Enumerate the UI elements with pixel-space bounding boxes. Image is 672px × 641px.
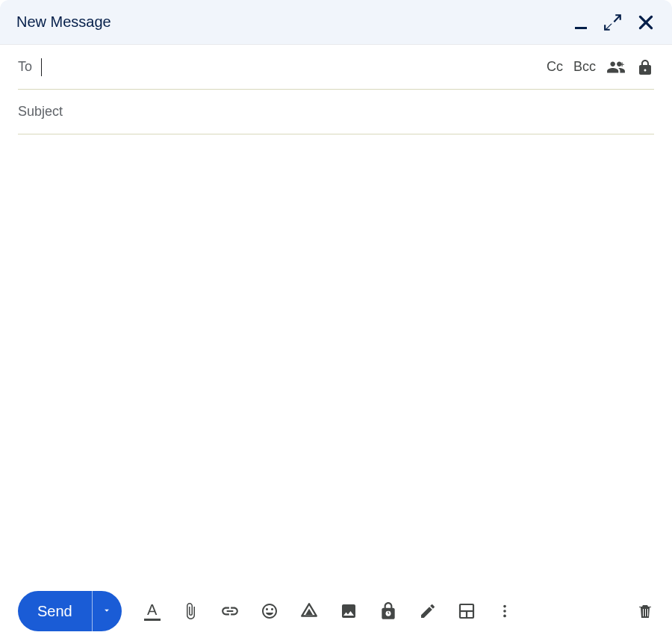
insert-link-icon[interactable] [220, 601, 240, 621]
svg-rect-0 [575, 27, 587, 29]
send-group: Send [18, 591, 122, 631]
window-title: New Message [16, 13, 572, 31]
insert-drive-icon[interactable] [299, 601, 319, 621]
more-options-icon[interactable] [497, 603, 513, 619]
cursor-indicator [41, 58, 42, 76]
text-format-icon[interactable]: A [144, 602, 161, 621]
message-body[interactable] [18, 134, 654, 581]
attach-file-icon[interactable] [181, 602, 199, 620]
dropdown-icon [102, 605, 112, 618]
cc-link[interactable]: Cc [547, 59, 563, 75]
insert-emoji-icon[interactable] [261, 602, 279, 620]
header-actions [572, 13, 656, 32]
svg-point-9 [503, 615, 506, 618]
to-right-controls: Cc Bcc [547, 58, 654, 77]
svg-point-7 [503, 605, 506, 608]
fullscreen-icon[interactable] [603, 13, 623, 32]
close-icon[interactable] [636, 13, 656, 32]
subject-input[interactable] [18, 104, 654, 120]
bcc-link[interactable]: Bcc [573, 59, 596, 75]
person-add-icon[interactable] [606, 58, 626, 77]
delete-icon[interactable] [636, 602, 654, 620]
confidential-mode-icon[interactable] [379, 601, 398, 621]
send-more-button[interactable] [92, 591, 122, 631]
svg-point-8 [503, 610, 506, 613]
templates-icon[interactable] [458, 602, 476, 620]
insert-signature-icon[interactable] [419, 602, 437, 620]
toolbar-icons: A [144, 601, 513, 621]
to-row: To Cc Bcc [18, 45, 654, 90]
subject-row [18, 90, 654, 134]
minimize-icon[interactable] [572, 13, 590, 31]
send-button[interactable]: Send [18, 591, 92, 631]
to-input[interactable] [49, 56, 539, 78]
to-label: To [18, 59, 32, 75]
footer-bar: Send A [0, 581, 672, 641]
lock-icon[interactable] [636, 58, 654, 76]
insert-image-icon[interactable] [340, 602, 358, 620]
header-bar: New Message [0, 0, 672, 45]
compose-window: New Message To Cc Bcc [0, 0, 672, 641]
